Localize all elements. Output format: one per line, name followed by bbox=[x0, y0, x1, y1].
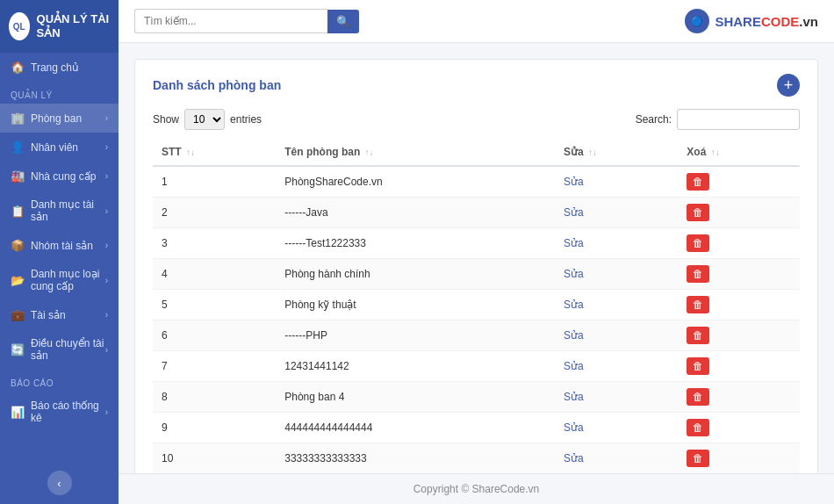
delete-button-9[interactable]: 🗑 bbox=[687, 450, 709, 467]
table-row: 7 12431441142 Sửa 🗑 bbox=[153, 351, 800, 382]
cell-edit: Sửa bbox=[555, 198, 678, 228]
delete-button-4[interactable]: 🗑 bbox=[687, 296, 709, 313]
cell-name: ------Test1222333 bbox=[276, 228, 555, 259]
cell-stt: 2 bbox=[153, 198, 276, 228]
delete-button-0[interactable]: 🗑 bbox=[687, 173, 709, 191]
sidebar-collapse-button[interactable]: ‹ bbox=[47, 471, 72, 495]
edit-link-4[interactable]: Sửa bbox=[564, 299, 584, 311]
search-input[interactable] bbox=[134, 9, 327, 33]
delete-button-1[interactable]: 🗑 bbox=[687, 204, 709, 221]
cell-delete: 🗑 bbox=[678, 259, 800, 290]
chevron-right-icon-8: › bbox=[105, 345, 108, 355]
table-row: 6 ------PHP Sửa 🗑 bbox=[153, 320, 800, 351]
footer-text: Copyright © ShareCode.vn bbox=[413, 483, 540, 495]
sidebar-item-nhan-vien[interactable]: 👤 Nhân viên › bbox=[0, 133, 119, 162]
cell-delete: 🗑 bbox=[678, 443, 800, 474]
cell-stt: 5 bbox=[153, 290, 276, 320]
col-name: Tên phòng ban ↑↓ bbox=[276, 139, 555, 166]
sort-icon-edit: ↑↓ bbox=[588, 148, 597, 157]
sidebar-item-danh-muc-tai-san[interactable]: 📋 Danh mục tài sản › bbox=[0, 191, 119, 231]
table-row: 5 Phòng kỹ thuật Sửa 🗑 bbox=[153, 290, 800, 320]
chevron-right-icon: › bbox=[105, 113, 108, 123]
cell-name: Phòng kỹ thuật bbox=[276, 290, 555, 320]
transfer-icon: 🔄 bbox=[11, 343, 25, 356]
sidebar-label-phong-ban: Phòng ban bbox=[31, 112, 82, 125]
cell-edit: Sửa bbox=[555, 320, 678, 351]
cell-stt: 6 bbox=[153, 320, 276, 351]
table-row: 9 444444444444444 Sửa 🗑 bbox=[153, 413, 800, 443]
content-area: Danh sách phòng ban + Show 10 25 50 entr… bbox=[119, 43, 834, 473]
sidebar-title: QUẢN LÝ TÀI SẢN bbox=[37, 12, 110, 40]
cell-delete: 🗑 bbox=[678, 382, 800, 413]
cell-delete: 🗑 bbox=[678, 413, 800, 443]
edit-link-9[interactable]: Sửa bbox=[564, 452, 584, 464]
sidebar-item-tai-san[interactable]: 💼 Tài sản › bbox=[0, 300, 119, 329]
edit-link-3[interactable]: Sửa bbox=[564, 268, 584, 280]
sidebar-item-phong-ban[interactable]: 🏢 Phòng ban › bbox=[0, 104, 119, 133]
search-button[interactable]: 🔍 bbox=[327, 10, 359, 33]
delete-button-8[interactable]: 🗑 bbox=[687, 419, 709, 436]
col-stt: STT ↑↓ bbox=[153, 139, 276, 166]
chart-icon: 📊 bbox=[11, 406, 25, 419]
edit-link-7[interactable]: Sửa bbox=[564, 391, 584, 403]
edit-link-0[interactable]: Sửa bbox=[564, 176, 584, 188]
table-body: 1 PhòngShareCode.vn Sửa 🗑 2 ------Java S… bbox=[153, 166, 800, 473]
sidebar-section-bao-cao: BÁO CÁO bbox=[0, 370, 119, 392]
header-logo: 🔵 SHARECODE.vn bbox=[685, 9, 818, 33]
table-row: 8 Phòng ban 4 Sửa 🗑 bbox=[153, 382, 800, 413]
delete-button-6[interactable]: 🗑 bbox=[687, 357, 709, 375]
cell-name: ------PHP bbox=[276, 320, 555, 351]
chevron-right-icon-9: › bbox=[105, 407, 108, 417]
sidebar-item-nhom-tai-san[interactable]: 📦 Nhóm tài sản › bbox=[0, 231, 119, 260]
cell-edit: Sửa bbox=[555, 382, 678, 413]
show-entries: Show 10 25 50 entries bbox=[153, 109, 262, 130]
table-row: 1 PhòngShareCode.vn Sửa 🗑 bbox=[153, 166, 800, 198]
chevron-right-icon-2: › bbox=[105, 142, 108, 152]
table-search-input[interactable] bbox=[677, 109, 800, 130]
factory-icon: 🏭 bbox=[11, 169, 25, 183]
cell-name: Phòng ban 4 bbox=[276, 382, 555, 413]
add-button[interactable]: + bbox=[777, 74, 800, 97]
home-icon: 🏠 bbox=[11, 61, 25, 74]
list-icon: 📋 bbox=[11, 205, 25, 218]
card-header: Danh sách phòng ban + bbox=[153, 74, 800, 97]
sidebar-item-trang-chu[interactable]: 🏠 Trang chủ bbox=[0, 53, 119, 82]
delete-button-7[interactable]: 🗑 bbox=[687, 388, 709, 406]
edit-link-8[interactable]: Sửa bbox=[564, 421, 584, 434]
cell-delete: 🗑 bbox=[678, 228, 800, 259]
table-controls: Show 10 25 50 entries Search: bbox=[153, 109, 800, 130]
sidebar-label-tai-san: Tài sản bbox=[31, 309, 66, 321]
cell-delete: 🗑 bbox=[678, 351, 800, 382]
sidebar-item-bao-cao[interactable]: 📊 Báo cáo thống kê › bbox=[0, 392, 119, 432]
edit-link-5[interactable]: Sửa bbox=[564, 329, 584, 342]
edit-link-2[interactable]: Sửa bbox=[564, 237, 584, 249]
edit-link-6[interactable]: Sửa bbox=[564, 360, 584, 372]
chevron-right-icon-4: › bbox=[105, 206, 108, 216]
cell-stt: 1 bbox=[153, 166, 276, 198]
table-row: 3 ------Test1222333 Sửa 🗑 bbox=[153, 228, 800, 259]
main-card: Danh sách phòng ban + Show 10 25 50 entr… bbox=[134, 59, 818, 473]
delete-button-5[interactable]: 🗑 bbox=[687, 327, 709, 344]
delete-button-2[interactable]: 🗑 bbox=[687, 234, 709, 252]
delete-button-3[interactable]: 🗑 bbox=[687, 265, 709, 283]
sidebar-item-danh-muc-loai-cung-cap[interactable]: 📂 Danh mục loại cung cấp › bbox=[0, 260, 119, 300]
entries-select[interactable]: 10 25 50 bbox=[184, 109, 225, 130]
cell-edit: Sửa bbox=[555, 228, 678, 259]
sidebar-item-dieu-chuyen[interactable]: 🔄 Điều chuyển tài sản › bbox=[0, 329, 119, 370]
cell-name: 444444444444444 bbox=[276, 413, 555, 443]
cell-stt: 3 bbox=[153, 228, 276, 259]
header-logo-brand: SHARECODE.vn bbox=[715, 14, 818, 29]
col-edit: Sửa ↑↓ bbox=[555, 139, 678, 166]
entries-label: entries bbox=[230, 113, 262, 126]
edit-link-1[interactable]: Sửa bbox=[564, 206, 584, 219]
chevron-right-icon-3: › bbox=[105, 171, 108, 181]
cell-edit: Sửa bbox=[555, 290, 678, 320]
sidebar-label-trang-chu: Trang chủ bbox=[31, 61, 79, 74]
briefcase-icon: 💼 bbox=[11, 308, 25, 321]
cell-edit: Sửa bbox=[555, 413, 678, 443]
search-box: 🔍 bbox=[134, 9, 359, 33]
sidebar-label-danh-muc-tai-san: Danh mục tài sản bbox=[31, 198, 105, 223]
sidebar-item-nha-cung-cap[interactable]: 🏭 Nhà cung cấp › bbox=[0, 162, 119, 191]
sidebar-label-nhom-tai-san: Nhóm tài sản bbox=[31, 240, 93, 252]
header: 🔍 🔵 SHARECODE.vn bbox=[119, 0, 834, 43]
